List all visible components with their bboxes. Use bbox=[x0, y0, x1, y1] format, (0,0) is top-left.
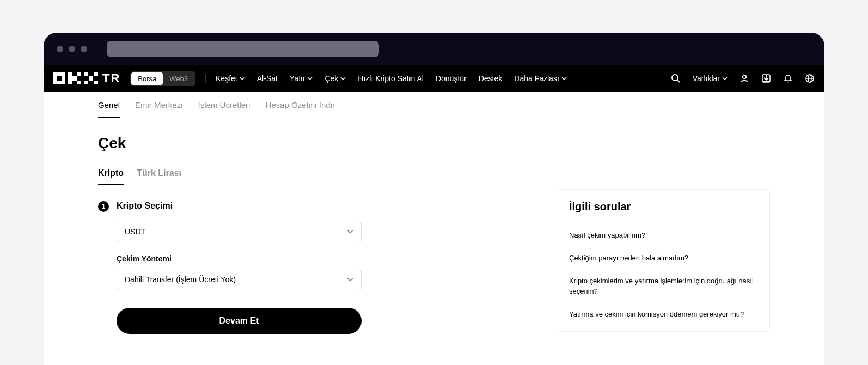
url-bar[interactable] bbox=[107, 41, 379, 57]
continue-button[interactable]: Devam Et bbox=[117, 308, 362, 334]
svg-line-12 bbox=[677, 80, 680, 82]
faq-panel: İlgili sorular Nasıl çekim yapabilirim? … bbox=[558, 189, 770, 332]
method-select-value: Dahili Transfer (İşlem Ücreti Yok) bbox=[125, 275, 236, 284]
window-controls bbox=[57, 46, 87, 52]
minimize-window-icon[interactable] bbox=[69, 46, 75, 52]
tab-turk-lirasi[interactable]: Türk Lirası bbox=[137, 168, 181, 185]
svg-rect-8 bbox=[89, 76, 93, 81]
crypto-select[interactable]: USDT bbox=[117, 221, 362, 242]
sub-tabs: Genel Emir Merkezi İşlem Ücretleri Hesap… bbox=[44, 92, 824, 118]
mode-borsa-button[interactable]: Borsa bbox=[131, 72, 163, 85]
step-number-badge: 1 bbox=[98, 201, 109, 212]
chevron-down-icon bbox=[347, 276, 353, 283]
nav-label: Dönüştür bbox=[436, 74, 467, 83]
globe-icon[interactable] bbox=[805, 74, 815, 83]
okx-logo-icon bbox=[53, 72, 98, 84]
nav-alsat[interactable]: Al-Sat bbox=[257, 74, 278, 83]
svg-rect-10 bbox=[94, 81, 98, 84]
maximize-window-icon[interactable] bbox=[81, 46, 87, 52]
nav-destek[interactable]: Destek bbox=[479, 74, 503, 83]
page-title: Çek bbox=[98, 135, 525, 152]
nav-daha-fazlasi[interactable]: Daha Fazlası bbox=[514, 74, 566, 83]
nav-kesfet[interactable]: Keşfet bbox=[216, 74, 245, 83]
faq-item[interactable]: Çektiğim parayı neden hala almadım? bbox=[569, 247, 759, 270]
browser-titlebar bbox=[44, 33, 824, 65]
method-select[interactable]: Dahili Transfer (İşlem Ücreti Yok) bbox=[117, 269, 362, 290]
nav-assets-label: Varlıklar bbox=[693, 74, 720, 83]
nav-yatir[interactable]: Yatır bbox=[290, 74, 313, 83]
tab-hesap-ozeti[interactable]: Hesap Özetini İndir bbox=[265, 100, 335, 118]
method-label: Çekim Yöntemi bbox=[117, 254, 525, 263]
chevron-down-icon bbox=[347, 228, 353, 235]
svg-rect-3 bbox=[72, 76, 77, 81]
bell-icon[interactable] bbox=[783, 74, 793, 83]
faq-item[interactable]: Yatırma ve çekim için komisyon ödemem ge… bbox=[569, 303, 759, 326]
tab-kripto[interactable]: Kripto bbox=[98, 168, 124, 185]
logo-region-label: TR bbox=[102, 71, 120, 86]
chevron-down-icon bbox=[561, 76, 567, 81]
chevron-down-icon bbox=[240, 76, 245, 81]
step-1: 1 Kripto Seçimi USDT Çekim Yöntemi Dahil… bbox=[98, 201, 525, 334]
nav-label: Çek bbox=[325, 74, 338, 83]
tab-genel[interactable]: Genel bbox=[98, 100, 120, 118]
svg-rect-7 bbox=[94, 72, 98, 76]
svg-rect-2 bbox=[68, 72, 72, 84]
nav-donustur[interactable]: Dönüştür bbox=[436, 74, 467, 83]
mode-web3-button[interactable]: Web3 bbox=[163, 72, 194, 85]
nav-assets[interactable]: Varlıklar bbox=[693, 74, 728, 83]
crypto-select-value: USDT bbox=[125, 227, 145, 236]
faq-item[interactable]: Kripto çekimlerim ve yatırma işlemlerim … bbox=[569, 270, 759, 302]
faq-title: İlgili sorular bbox=[569, 200, 759, 213]
faq-item[interactable]: Nasıl çekim yapabilirim? bbox=[569, 224, 759, 247]
svg-rect-9 bbox=[84, 81, 88, 84]
browser-window: TR Borsa Web3 Keşfet Al-Sat Yat bbox=[44, 33, 824, 365]
nav-label: Keşfet bbox=[216, 74, 237, 83]
content-area: Genel Emir Merkezi İşlem Ücretleri Hesap… bbox=[44, 92, 824, 365]
nav-hizli-kripto[interactable]: Hızlı Kripto Satın Al bbox=[358, 74, 424, 83]
chevron-down-icon bbox=[307, 76, 313, 81]
download-icon[interactable] bbox=[761, 74, 771, 83]
close-window-icon[interactable] bbox=[57, 46, 63, 52]
svg-rect-5 bbox=[77, 81, 81, 84]
chevron-down-icon bbox=[722, 76, 728, 81]
svg-rect-1 bbox=[57, 76, 62, 81]
withdraw-type-tabs: Kripto Türk Lirası bbox=[98, 168, 525, 185]
nav-label: Daha Fazlası bbox=[514, 74, 559, 83]
step-title: Kripto Seçimi bbox=[117, 201, 525, 211]
svg-point-11 bbox=[672, 75, 678, 81]
mode-switch: Borsa Web3 bbox=[130, 71, 195, 86]
nav-cek[interactable]: Çek bbox=[325, 74, 346, 83]
site-logo[interactable]: TR bbox=[53, 71, 120, 86]
nav-divider bbox=[205, 74, 206, 83]
top-nav: TR Borsa Web3 Keşfet Al-Sat Yat bbox=[44, 65, 824, 92]
nav-label: Yatır bbox=[290, 74, 305, 83]
svg-point-13 bbox=[743, 75, 746, 78]
svg-rect-4 bbox=[77, 72, 81, 76]
nav-label: Destek bbox=[479, 74, 503, 83]
svg-rect-6 bbox=[84, 72, 88, 76]
nav-label: Hızlı Kripto Satın Al bbox=[358, 74, 424, 83]
chevron-down-icon bbox=[340, 76, 346, 81]
search-icon[interactable] bbox=[671, 74, 681, 83]
user-icon[interactable] bbox=[739, 74, 749, 83]
tab-islem-ucretleri[interactable]: İşlem Ücretleri bbox=[198, 100, 250, 118]
nav-label: Al-Sat bbox=[257, 74, 278, 83]
tab-emir-merkezi[interactable]: Emir Merkezi bbox=[135, 100, 183, 118]
